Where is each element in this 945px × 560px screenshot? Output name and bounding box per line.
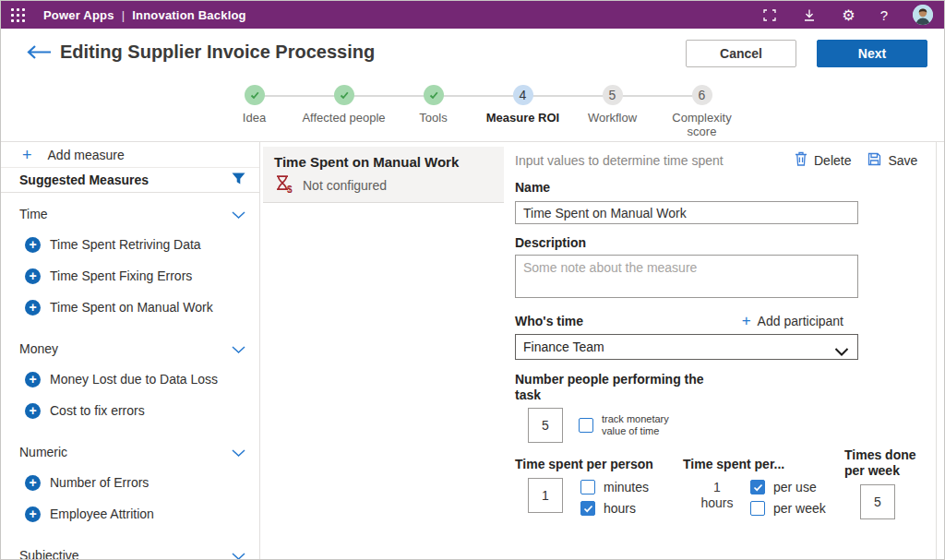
add-circle-icon: +	[25, 506, 41, 522]
content-area: + Add measure Suggested Measures Time	[1, 142, 945, 560]
step-check-icon	[334, 85, 354, 105]
add-circle-icon: +	[25, 372, 41, 387]
plus-icon: +	[22, 147, 32, 163]
name-input[interactable]	[515, 201, 858, 224]
measure-card[interactable]: Time Spent on Manual Work $ Not configur…	[263, 147, 504, 203]
app-window: Power Apps | Innovation Backlog ⚙ ?	[0, 0, 945, 560]
add-circle-icon: +	[25, 475, 41, 491]
per-use-checkbox[interactable]	[750, 480, 765, 494]
svg-text:$: $	[287, 185, 293, 194]
step-number: 6	[692, 85, 712, 105]
num-people-input[interactable]	[528, 408, 563, 443]
whos-time-label: Who's time	[515, 314, 583, 328]
chevron-down-icon	[232, 206, 245, 222]
dropdown-chevron-icon	[834, 343, 849, 360]
app-brand: Power Apps | Innovation Backlog	[43, 8, 246, 22]
step-workflow[interactable]: 5 Workflow	[568, 80, 657, 138]
settings-icon[interactable]: ⚙	[842, 6, 855, 24]
save-icon	[867, 152, 881, 170]
save-button[interactable]: Save	[867, 151, 917, 170]
step-affected-people[interactable]: Affected people	[299, 80, 389, 138]
delete-button[interactable]: Delete	[795, 151, 851, 170]
back-arrow-icon[interactable]	[25, 44, 53, 64]
step-tools[interactable]: Tools	[389, 80, 478, 138]
hours-label: hours	[604, 501, 636, 516]
add-circle-icon: +	[25, 300, 41, 316]
hourglass-money-icon: $	[274, 174, 293, 197]
app-name: Power Apps	[43, 8, 114, 22]
hours-checkbox[interactable]	[580, 501, 595, 516]
participant-selected-value: Finance Team	[523, 340, 604, 354]
step-check-icon	[245, 85, 265, 105]
per-week-checkbox[interactable]	[750, 501, 765, 516]
step-number: 4	[513, 85, 533, 105]
add-circle-icon: +	[25, 268, 41, 284]
selected-measures-column: Time Spent on Manual Work $ Not configur…	[261, 142, 506, 560]
time-per-person-input[interactable]	[528, 478, 563, 513]
next-button[interactable]: Next	[817, 40, 927, 67]
add-circle-icon: +	[25, 237, 41, 253]
module-name: Innovation Backlog	[132, 8, 246, 22]
fit-to-window-icon[interactable]	[762, 8, 777, 22]
help-icon[interactable]: ?	[880, 7, 888, 23]
participant-select[interactable]: Finance Team	[515, 334, 858, 360]
minutes-checkbox[interactable]	[580, 480, 595, 494]
times-done-label: Times done per week	[844, 447, 937, 479]
avatar[interactable]	[913, 5, 933, 25]
step-check-icon	[424, 85, 444, 105]
category-numeric[interactable]: Numeric	[19, 442, 245, 462]
per-week-label: per week	[773, 501, 826, 516]
measures-sidebar: + Add measure Suggested Measures Time	[1, 142, 260, 560]
times-done-input[interactable]	[860, 484, 895, 519]
cancel-button[interactable]: Cancel	[686, 40, 796, 67]
wizard-stepper: Idea Affected people Tools 4 Measure ROI…	[1, 75, 944, 142]
category-subjective[interactable]: Subjective	[19, 545, 245, 560]
brand-separator: |	[122, 8, 126, 22]
per-use-label: per use	[773, 480, 817, 494]
name-label: Name	[515, 180, 945, 195]
num-people-label: Number people performing the task	[515, 372, 718, 403]
trash-icon	[795, 151, 807, 170]
chevron-down-icon	[232, 340, 245, 357]
time-per-person-label: Time spent per person	[515, 457, 683, 471]
step-measure-roi[interactable]: 4 Measure ROI	[478, 80, 568, 138]
chevron-down-icon	[232, 547, 245, 560]
filter-icon[interactable]	[232, 172, 245, 188]
step-idea[interactable]: Idea	[209, 80, 299, 138]
topbar: Power Apps | Innovation Backlog ⚙ ?	[1, 1, 944, 29]
add-measure-button[interactable]: + Add measure	[1, 142, 259, 168]
step-number: 5	[603, 85, 623, 105]
description-label: Description	[515, 235, 945, 250]
page-header: Editing Supplier Invoice Processing Canc…	[1, 29, 944, 75]
measure-item[interactable]: + Time Spent Retriving Data	[19, 233, 245, 256]
measure-item[interactable]: + Cost to fix errors	[19, 399, 245, 422]
time-spent-per-label: Time spent per...	[683, 457, 836, 471]
page-title: Editing Supplier Invoice Processing	[60, 29, 375, 75]
measure-item[interactable]: + Time Spent Fixing Errors	[19, 265, 245, 287]
time-spent-per-value: 1 hours	[696, 480, 738, 516]
measure-card-title: Time Spent on Manual Work	[274, 154, 493, 170]
suggested-measures-header: Suggested Measures	[1, 168, 259, 193]
category-money[interactable]: Money	[19, 339, 245, 359]
measure-item[interactable]: + Time Spent on Manual Work	[19, 296, 245, 318]
minutes-label: minutes	[604, 480, 649, 494]
waffle-icon[interactable]	[11, 8, 25, 22]
step-complexity-score[interactable]: 6 Complexity score	[657, 80, 747, 138]
measure-item[interactable]: + Number of Errors	[19, 471, 245, 494]
download-icon[interactable]	[802, 8, 817, 22]
measure-config-panel: Input values to determine time spent Del…	[506, 142, 945, 560]
description-textarea[interactable]	[515, 255, 858, 298]
category-time[interactable]: Time	[19, 204, 245, 224]
measure-item[interactable]: + Money Lost due to Data Loss	[19, 368, 245, 390]
plus-icon: +	[742, 314, 751, 328]
chevron-down-icon	[232, 444, 245, 460]
measure-status: Not configured	[303, 178, 387, 193]
measure-item[interactable]: + Employee Attrition	[19, 503, 245, 525]
panel-divider	[936, 142, 937, 560]
track-monetary-checkbox[interactable]	[579, 418, 593, 433]
add-participant-button[interactable]: + Add participant	[742, 314, 843, 328]
track-monetary-label: track monetary value of time	[602, 413, 687, 437]
add-circle-icon: +	[25, 403, 41, 419]
